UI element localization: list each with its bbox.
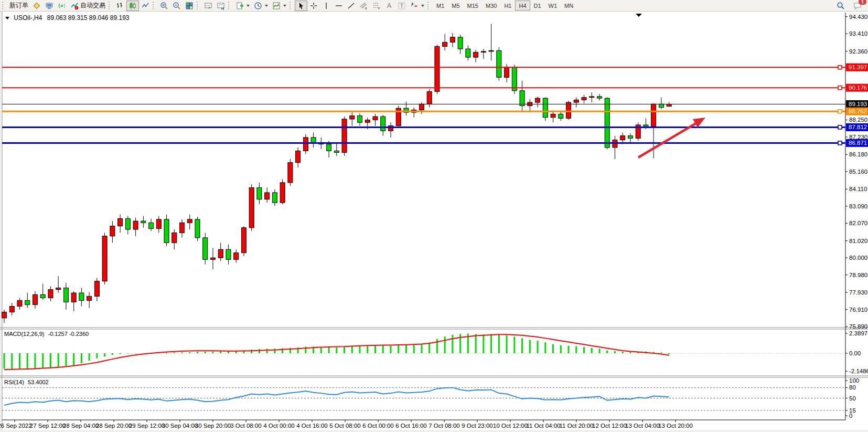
cursor-button[interactable] — [295, 1, 307, 11]
auto-trading-button-label: 自动交易 — [80, 1, 105, 10]
chevron-down-icon[interactable] — [283, 5, 286, 7]
candles-icon — [128, 2, 137, 10]
hline-handle[interactable] — [838, 110, 842, 113]
text-button[interactable]: A — [383, 1, 395, 11]
toolbar-drag-handle[interactable] — [109, 2, 112, 9]
shapes-button[interactable] — [408, 1, 426, 11]
vline-button[interactable] — [320, 1, 333, 11]
svg-text:10 Oct 12:00: 10 Oct 12:00 — [493, 423, 528, 429]
timeframe-d1-button[interactable]: D1 — [530, 1, 545, 10]
fibonacci-button[interactable]: F — [370, 1, 383, 11]
svg-text:2.3897: 2.3897 — [849, 330, 867, 336]
chevron-down-icon[interactable] — [265, 5, 268, 7]
main-toolbar: 新订单自动交易EFATM1M5M15M30H1H4D1W1MN1 — [0, 0, 868, 12]
autoscroll-icon — [204, 2, 212, 10]
hline-handle[interactable] — [838, 141, 842, 145]
svg-text:F: F — [378, 7, 380, 10]
svg-text:6 Oct 00:00: 6 Oct 00:00 — [362, 423, 393, 429]
svg-text:13 Oct 20:00: 13 Oct 20:00 — [658, 423, 693, 429]
fibo-icon: F — [372, 2, 381, 10]
new-order-button-label: 新订单 — [9, 1, 28, 10]
svg-text:85.160: 85.160 — [849, 168, 867, 175]
period-menu-button[interactable] — [252, 1, 270, 11]
timeframe-m1-button[interactable]: M1 — [433, 1, 448, 10]
timeframe-h1-button[interactable]: H1 — [500, 1, 515, 10]
toolbar-drag-handle[interactable] — [153, 2, 156, 9]
crosshair-button[interactable] — [307, 1, 320, 11]
template-menu-button[interactable] — [270, 1, 288, 11]
auto-scroll-button[interactable] — [202, 1, 215, 11]
toolbar-group-draw-tools: EFAT — [295, 0, 426, 12]
toolbar-group-arrange — [202, 0, 227, 12]
chevron-down-icon[interactable] — [421, 5, 424, 7]
auto-trading-button[interactable]: 自动交易 — [68, 1, 108, 11]
svg-text:100: 100 — [849, 377, 859, 384]
price-badge-91.397: 91.397 — [846, 64, 868, 71]
timeframe-m5-button[interactable]: M5 — [448, 1, 463, 10]
svg-text:6 Oct 16:00: 6 Oct 16:00 — [395, 423, 426, 429]
textT-icon: T — [398, 2, 406, 10]
svg-text:9 Oct 23:00: 9 Oct 23:00 — [462, 423, 492, 429]
toolbar-drag-handle[interactable] — [290, 2, 293, 9]
gold-diamond-icon — [33, 2, 41, 10]
tile-windows-button[interactable] — [183, 1, 196, 11]
price-badge-88.762: 88.762 — [846, 108, 868, 115]
collapse-ohlc-icon[interactable] — [5, 17, 9, 19]
price-badge-87.812: 87.812 — [846, 123, 868, 131]
svg-text:11 Oct 20:00: 11 Oct 20:00 — [560, 423, 594, 429]
toolbar-drag-handle[interactable] — [228, 2, 231, 9]
textA-icon: A — [385, 2, 393, 10]
svg-text:93.410: 93.410 — [849, 30, 867, 37]
timeframe-h4-button[interactable]: H4 — [515, 1, 530, 10]
timeframe-w1-button[interactable]: W1 — [545, 1, 561, 10]
charts-grid-button[interactable] — [30, 1, 43, 11]
timeframe-m30-button[interactable]: M30 — [482, 1, 500, 10]
hline-button[interactable] — [333, 1, 345, 11]
svg-text:83.090: 83.090 — [849, 203, 867, 209]
chartshift-icon — [217, 2, 225, 10]
toolbar-drag-handle[interactable] — [2, 2, 5, 9]
signals-button[interactable] — [56, 1, 68, 11]
search-icon — [837, 2, 845, 10]
timeframe-m15-button[interactable]: M15 — [464, 1, 482, 10]
hline-handle[interactable] — [838, 86, 842, 90]
candle-chart-button[interactable] — [126, 1, 139, 11]
new-chart-button[interactable] — [233, 1, 252, 11]
svg-text:13 Oct 04:00: 13 Oct 04:00 — [625, 423, 660, 429]
svg-text:86.871: 86.871 — [849, 140, 867, 146]
svg-text:-2.1486: -2.1486 — [849, 368, 868, 374]
linechart-icon — [141, 2, 149, 10]
hline-handle[interactable] — [838, 66, 842, 69]
chat-button[interactable]: 1 — [851, 1, 864, 11]
hline-handle[interactable] — [838, 125, 842, 129]
text-label-button[interactable]: T — [395, 1, 408, 11]
zoom-out-button[interactable] — [170, 1, 183, 11]
cursor-icon — [297, 2, 305, 10]
terminal-button[interactable] — [43, 1, 56, 11]
bar-chart-button[interactable] — [114, 1, 126, 11]
clock-icon — [254, 2, 262, 10]
shapes-icon — [410, 2, 419, 10]
trendline-button[interactable] — [345, 1, 358, 11]
svg-text:30 Sep 04:00: 30 Sep 04:00 — [162, 423, 198, 429]
chevron-down-icon[interactable] — [247, 5, 250, 7]
autotrade-icon — [70, 2, 79, 10]
svg-text:82.070: 82.070 — [849, 220, 867, 226]
new-chart-icon — [235, 2, 244, 10]
ohlc-values: 89.063 89.315 89.046 89.193 — [47, 14, 130, 22]
chart-area[interactable]: 94.43093.41092.36088.25087.23086.18085.1… — [0, 12, 868, 432]
timeframe-mn-button[interactable]: MN — [561, 1, 577, 10]
chart-shift-button[interactable] — [215, 1, 227, 11]
bars-icon — [116, 2, 124, 10]
price-badge-90.176: 90.176 — [846, 84, 868, 92]
channel-button[interactable]: E — [358, 1, 370, 11]
line-chart-button[interactable] — [139, 1, 152, 11]
new-order-button[interactable]: 新订单 — [7, 1, 30, 11]
search-button[interactable] — [834, 1, 847, 11]
toolbar-drag-handle[interactable] — [427, 2, 431, 9]
toolbar-drag-handle[interactable] — [197, 2, 200, 9]
toolbar-group-chart-type — [114, 0, 152, 12]
toolbar-right: 1 — [834, 1, 867, 11]
zoom-in-button[interactable] — [158, 1, 170, 11]
zoom-in-icon — [160, 2, 168, 10]
